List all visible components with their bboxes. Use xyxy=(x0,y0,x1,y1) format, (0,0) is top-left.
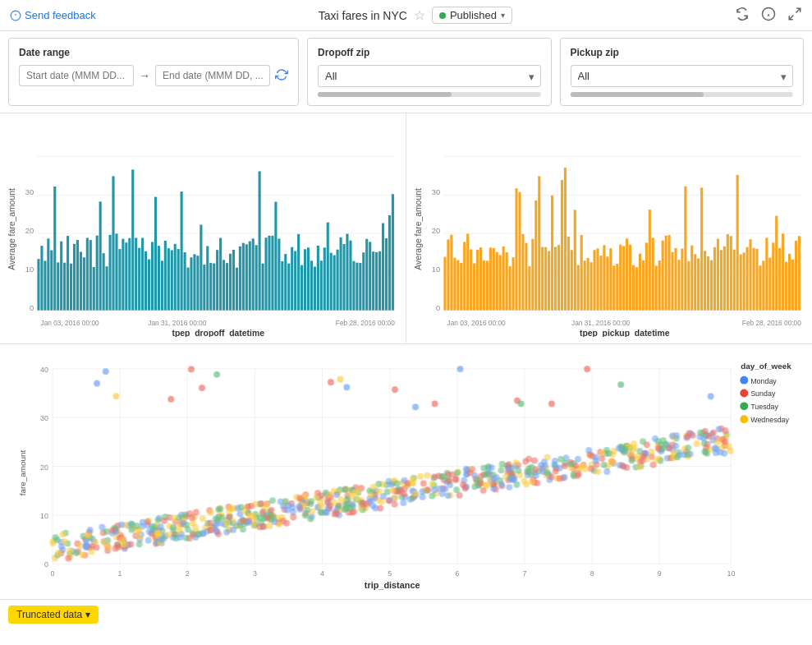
svg-rect-126 xyxy=(388,215,391,311)
svg-rect-25 xyxy=(60,242,62,311)
svg-rect-219 xyxy=(694,254,696,310)
svg-point-883 xyxy=(702,449,709,455)
svg-point-877 xyxy=(333,491,340,498)
published-dot xyxy=(439,12,446,19)
svg-point-817 xyxy=(83,537,89,544)
svg-rect-98 xyxy=(297,234,300,311)
svg-point-718 xyxy=(65,555,71,562)
svg-rect-57 xyxy=(164,241,167,311)
svg-rect-30 xyxy=(76,240,79,311)
svg-rect-240 xyxy=(762,260,764,310)
svg-rect-244 xyxy=(775,216,778,311)
svg-point-599 xyxy=(548,474,555,481)
star-icon[interactable]: ☆ xyxy=(414,7,425,23)
svg-point-1075 xyxy=(410,480,416,486)
svg-rect-109 xyxy=(333,256,336,311)
svg-rect-180 xyxy=(567,237,570,311)
svg-point-1076 xyxy=(180,520,186,527)
svg-rect-89 xyxy=(268,236,270,311)
svg-point-930 xyxy=(619,463,626,469)
svg-rect-80 xyxy=(239,246,241,311)
feedback-button[interactable]: Send feedback xyxy=(10,9,96,21)
svg-rect-74 xyxy=(219,238,222,311)
svg-point-945 xyxy=(83,543,89,550)
svg-rect-199 xyxy=(629,245,631,311)
svg-point-849 xyxy=(401,491,407,497)
svg-rect-183 xyxy=(577,265,580,311)
svg-rect-207 xyxy=(655,265,658,310)
svg-point-1102 xyxy=(94,380,100,387)
svg-rect-23 xyxy=(53,187,56,311)
svg-point-857 xyxy=(140,519,146,526)
svg-rect-63 xyxy=(184,252,186,311)
svg-point-940 xyxy=(706,433,713,440)
svg-point-964 xyxy=(553,468,559,475)
svg-point-1028 xyxy=(466,469,473,476)
svg-rect-47 xyxy=(131,169,134,310)
refresh-button[interactable] xyxy=(735,7,750,25)
svg-point-1020 xyxy=(165,532,172,538)
svg-point-1073 xyxy=(412,490,419,496)
svg-rect-61 xyxy=(177,249,180,311)
svg-rect-190 xyxy=(599,256,602,311)
sync-icon[interactable] xyxy=(275,68,288,84)
svg-point-936 xyxy=(674,454,681,460)
truncated-chevron-icon: ▾ xyxy=(85,609,90,620)
svg-text:Tuesday: Tuesday xyxy=(750,403,778,411)
svg-point-1083 xyxy=(529,464,535,471)
svg-point-944 xyxy=(370,484,377,491)
end-date-input[interactable] xyxy=(155,65,270,86)
svg-rect-82 xyxy=(245,244,248,310)
svg-rect-59 xyxy=(171,251,173,311)
dropoff-scrollbar[interactable] xyxy=(318,92,541,97)
svg-rect-90 xyxy=(271,236,273,311)
svg-rect-84 xyxy=(252,238,255,310)
svg-point-1074 xyxy=(319,503,325,509)
fullscreen-button[interactable] xyxy=(787,7,802,25)
svg-rect-54 xyxy=(154,197,157,311)
svg-point-943 xyxy=(342,486,348,493)
svg-rect-231 xyxy=(733,250,736,311)
svg-point-1004 xyxy=(154,517,161,523)
date-range-label: Date range xyxy=(19,47,288,58)
svg-text:30: 30 xyxy=(432,188,440,196)
svg-point-844 xyxy=(80,551,86,558)
svg-rect-191 xyxy=(603,245,605,310)
svg-text:10: 10 xyxy=(40,512,48,520)
svg-rect-163 xyxy=(512,257,515,311)
info-button[interactable] xyxy=(761,7,776,25)
svg-text:30: 30 xyxy=(25,188,34,196)
pickup-scrollbar[interactable] xyxy=(571,92,794,97)
pickup-zip-select[interactable]: All xyxy=(571,65,794,87)
published-badge[interactable]: Published ▾ xyxy=(432,7,512,24)
start-date-input[interactable] xyxy=(19,65,134,86)
svg-rect-149 xyxy=(466,233,469,310)
svg-point-1054 xyxy=(245,503,251,509)
svg-point-955 xyxy=(525,456,532,463)
svg-text:6: 6 xyxy=(455,569,459,578)
svg-point-837 xyxy=(183,535,190,541)
svg-point-1007 xyxy=(119,537,126,543)
svg-point-985 xyxy=(186,510,193,517)
svg-point-1014 xyxy=(506,461,512,468)
svg-text:2: 2 xyxy=(186,569,190,578)
svg-rect-77 xyxy=(229,254,232,311)
truncated-data-button[interactable]: Truncated data ▾ xyxy=(8,606,99,624)
svg-rect-103 xyxy=(314,267,316,311)
svg-point-902 xyxy=(377,505,383,512)
svg-rect-142 xyxy=(443,257,446,311)
svg-point-889 xyxy=(207,527,213,533)
svg-point-947 xyxy=(87,527,94,533)
svg-point-1025 xyxy=(146,528,153,535)
svg-rect-42 xyxy=(115,233,117,310)
svg-point-1099 xyxy=(213,371,220,378)
svg-rect-105 xyxy=(320,260,323,310)
svg-line-6 xyxy=(796,8,801,12)
dropoff-zip-select[interactable]: All xyxy=(318,65,541,87)
svg-rect-75 xyxy=(222,260,225,310)
svg-text:7: 7 xyxy=(523,569,527,578)
svg-rect-173 xyxy=(544,247,547,311)
svg-point-733 xyxy=(424,472,430,479)
svg-rect-213 xyxy=(674,248,677,311)
svg-point-1092 xyxy=(103,368,109,375)
